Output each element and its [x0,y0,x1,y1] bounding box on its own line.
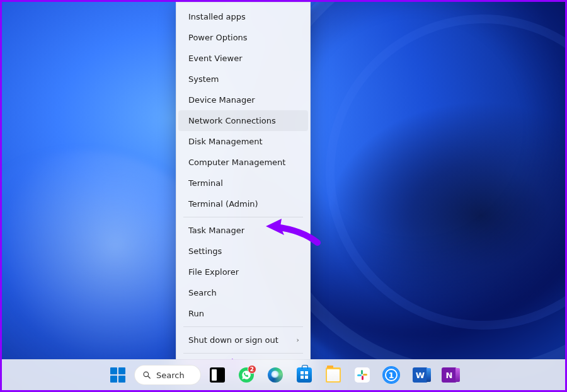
menu-item-label: Shut down or sign out [188,335,278,345]
menu-item-label: Power Options [188,33,248,42]
search-icon [142,371,151,379]
winx-context-menu: Installed appsPower OptionsEvent ViewerS… [176,2,311,381]
slack-icon [355,367,370,383]
menu-item-network-connections[interactable]: Network Connections [178,110,308,131]
menu-item-search[interactable]: Search [178,282,308,303]
windows-logo-icon [110,367,125,383]
svg-rect-5 [357,374,362,376]
menu-item-label: File Explorer [188,267,239,277]
whatsapp-badge: 2 [248,365,256,374]
menu-separator [183,353,303,354]
square-app-icon [210,367,225,383]
menu-item-label: Terminal (Admin) [188,199,258,209]
chevron-right-icon: › [297,336,299,344]
menu-item-power-options[interactable]: Power Options [178,27,308,48]
1password-icon: 1 [384,367,399,383]
taskbar-search[interactable]: Search [134,365,201,385]
svg-rect-3 [363,374,367,376]
menu-item-system[interactable]: System [178,69,308,89]
taskbar-app-unknown-square[interactable] [205,362,230,388]
menu-item-label: Computer Management [188,158,285,167]
menu-item-terminal-admin[interactable]: Terminal (Admin) [178,193,308,214]
menu-item-label: Settings [188,246,222,256]
taskbar-app-whatsapp[interactable]: 2 [234,362,259,388]
menu-item-device-manager[interactable]: Device Manager [178,89,308,110]
svg-rect-2 [361,370,363,374]
menu-separator [183,217,303,217]
menu-item-label: Search [188,288,217,297]
taskbar-app-word[interactable]: W [408,362,433,388]
taskbar-app-microsoft-store[interactable] [292,362,317,388]
taskbar-app-slack[interactable] [350,362,375,388]
whatsapp-icon: 2 [239,367,254,383]
menu-item-disk-management[interactable]: Disk Management [178,131,308,152]
menu-item-label: Device Manager [188,95,255,105]
taskbar-app-onenote[interactable]: N [437,362,462,388]
menu-item-label: Disk Management [188,137,263,146]
menu-item-task-manager[interactable]: Task Manager [178,220,308,241]
taskbar-app-edge[interactable] [263,362,288,388]
taskbar-app-file-explorer[interactable] [321,362,346,388]
start-button[interactable] [105,362,130,388]
menu-item-label: Task Manager [188,226,244,235]
menu-item-label: Network Connections [188,116,276,125]
menu-item-label: Terminal [188,178,223,188]
menu-item-run[interactable]: Run [178,303,308,324]
menu-item-installed-apps[interactable]: Installed apps [178,6,308,27]
taskbar-app-1password[interactable]: 1 [379,362,404,388]
menu-item-shutdown[interactable]: Shut down or sign out› [178,330,308,350]
menu-item-label: System [188,74,219,84]
menu-separator [183,326,303,327]
menu-item-terminal[interactable]: Terminal [178,173,308,193]
taskbar-search-label: Search [156,371,185,380]
microsoft-store-icon [297,367,312,383]
menu-item-label: Event Viewer [188,54,243,63]
menu-item-label: Run [188,309,204,318]
menu-item-computer-management[interactable]: Computer Management [178,152,308,173]
svg-line-1 [148,376,151,379]
menu-item-label: Installed apps [188,12,246,21]
edge-icon [268,367,283,383]
menu-item-event-viewer[interactable]: Event Viewer [178,48,308,69]
svg-rect-4 [362,376,364,380]
word-icon: W [413,367,428,383]
file-explorer-icon [326,367,341,383]
menu-item-file-explorer[interactable]: File Explorer [178,262,308,282]
taskbar: Search 2 1 W [2,359,565,390]
onenote-icon: N [442,367,457,383]
menu-item-settings[interactable]: Settings [178,241,308,262]
